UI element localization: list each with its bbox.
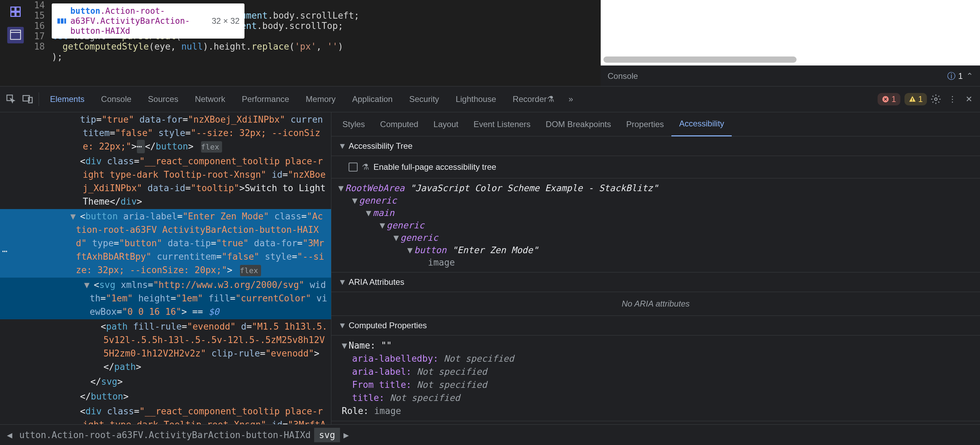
flask-icon: ⚗ xyxy=(362,162,369,172)
chevron-down-icon: ▼ xyxy=(338,277,345,287)
svg-rect-12 xyxy=(912,101,913,101)
tooltip-dimensions: 32 × 32 xyxy=(212,16,240,26)
tree-node-highlighted[interactable]: ▼<svg xmlns="http://www.w3.org/2000/svg"… xyxy=(0,278,331,319)
zen-mode-icon[interactable] xyxy=(7,27,24,43)
svg-rect-0 xyxy=(11,7,15,11)
tab-lighthouse[interactable]: Lighthouse xyxy=(448,86,503,112)
chevron-up-icon[interactable]: ⌃ xyxy=(966,71,973,81)
toggle-icon[interactable] xyxy=(7,3,24,20)
flex-icon xyxy=(57,16,67,26)
tab-console[interactable]: Console xyxy=(94,86,139,112)
warning-badge[interactable]: 1 xyxy=(904,93,927,105)
console-label: Console xyxy=(608,71,947,81)
tab-dom-breakpoints[interactable]: DOM Breakpoints xyxy=(538,112,619,136)
tab-memory[interactable]: Memory xyxy=(298,86,344,112)
svg-rect-4 xyxy=(57,19,60,24)
flask-icon: ⚗ xyxy=(547,94,554,104)
chevron-down-icon: ▼ xyxy=(338,141,345,151)
computed-properties-body: ▼Name: "" aria-labelledby: Not specified… xyxy=(331,336,980,421)
checkbox[interactable] xyxy=(348,163,358,171)
tab-computed[interactable]: Computed xyxy=(372,112,426,136)
tab-performance[interactable]: Performance xyxy=(234,86,297,112)
svg-rect-5 xyxy=(61,19,64,24)
breadcrumb-item[interactable]: utton.Action-root-a63FV.ActivityBarActio… xyxy=(16,430,314,440)
more-tabs-icon[interactable]: » xyxy=(563,92,579,107)
section-accessibility-tree[interactable]: ▼ Accessibility Tree xyxy=(331,136,980,156)
enable-fullpage-label: Enable full-page accessibility tree xyxy=(374,162,496,172)
tree-node[interactable]: tip="true" data-for="nzXBoej_XdiINPbx" c… xyxy=(0,112,331,154)
info-icon[interactable]: ⓘ xyxy=(947,71,956,82)
tree-node[interactable]: </svg> xyxy=(0,374,331,389)
tab-accessibility[interactable]: Accessibility xyxy=(671,112,732,136)
inspect-icon[interactable] xyxy=(3,92,19,107)
tab-event-listeners[interactable]: Event Listeners xyxy=(466,112,538,136)
svg-rect-11 xyxy=(912,98,913,100)
tree-node[interactable]: <path fill-rule="evenodd" d="M1.5 1h13l.… xyxy=(0,319,331,374)
tree-node[interactable]: <div class="__react_component_tooltip pl… xyxy=(0,154,331,209)
close-icon[interactable]: ✕ xyxy=(961,92,977,107)
error-badge[interactable]: 1 xyxy=(878,93,900,105)
section-aria-attributes[interactable]: ▼ ARIA Attributes xyxy=(331,272,980,292)
error-icon xyxy=(882,95,889,103)
breadcrumb[interactable]: ◀ utton.Action-root-a63FV.ActivityBarAct… xyxy=(0,424,980,445)
devtools-tabbar: Elements Console Sources Network Perform… xyxy=(0,86,980,112)
name-row: Name: "" xyxy=(348,340,392,351)
preview-blank xyxy=(601,0,980,65)
accessibility-tree[interactable]: ▼RootWebArea "JavaScript Color Scheme Ex… xyxy=(331,178,980,272)
tab-elements[interactable]: Elements xyxy=(42,86,92,112)
tab-security[interactable]: Security xyxy=(402,86,447,112)
scrollbar-horizontal[interactable] xyxy=(603,57,797,63)
tab-recorder[interactable]: Recorder ⚗ xyxy=(505,86,562,112)
tooltip-selector: button.Action-root-a63FV.ActivityBarActi… xyxy=(70,6,208,36)
no-aria-message: No ARIA attributes xyxy=(331,292,980,316)
svg-rect-6 xyxy=(64,19,66,24)
styles-tabbar: Styles Computed Layout Event Listeners D… xyxy=(331,112,980,136)
tree-node[interactable]: <div class="__react_component_tooltip pl… xyxy=(0,404,331,424)
gutter-dots-icon[interactable]: ⋯ xyxy=(2,246,8,256)
tab-styles[interactable]: Styles xyxy=(335,112,372,136)
settings-icon[interactable] xyxy=(928,92,943,107)
warning-icon xyxy=(908,95,916,103)
section-computed-properties[interactable]: ▼ Computed Properties xyxy=(331,316,980,336)
activity-bar xyxy=(0,0,31,65)
tab-properties[interactable]: Properties xyxy=(619,112,671,136)
breadcrumb-item-active[interactable]: svg xyxy=(314,428,340,442)
device-toggle-icon[interactable] xyxy=(20,92,35,107)
tab-application[interactable]: Application xyxy=(344,86,400,112)
tree-node-selected[interactable]: ▼<button aria-label="Enter Zen Mode" cla… xyxy=(0,209,331,278)
line-gutter: 14 15 16 17 18 xyxy=(31,0,52,65)
tab-layout[interactable]: Layout xyxy=(426,112,466,136)
element-tooltip: button.Action-root-a63FV.ActivityBarActi… xyxy=(52,3,245,39)
scroll-left-icon[interactable]: ◀ xyxy=(3,430,16,440)
tree-node[interactable]: </button> xyxy=(0,389,331,404)
section-source-order[interactable]: ▼ Source Order Viewer xyxy=(331,421,980,424)
scroll-right-icon[interactable]: ▶ xyxy=(340,430,352,440)
tab-network[interactable]: Network xyxy=(187,86,233,112)
chevron-down-icon: ▼ xyxy=(338,321,345,330)
svg-rect-1 xyxy=(16,7,20,11)
console-count: 1 xyxy=(958,71,963,81)
kebab-menu-icon[interactable]: ⋮ xyxy=(945,92,960,107)
enable-fullpage-row[interactable]: ⚗ Enable full-page accessibility tree xyxy=(348,160,973,175)
svg-rect-3 xyxy=(16,13,20,17)
console-drawer-header[interactable]: Console ⓘ 1 ⌃ xyxy=(601,65,980,86)
svg-rect-2 xyxy=(11,13,15,17)
svg-point-13 xyxy=(934,98,937,101)
styles-sidebar: Styles Computed Layout Event Listeners D… xyxy=(331,112,980,424)
elements-tree[interactable]: ⋯ tip="true" data-for="nzXBoej_XdiINPbx"… xyxy=(0,112,331,424)
tab-sources[interactable]: Sources xyxy=(140,86,186,112)
